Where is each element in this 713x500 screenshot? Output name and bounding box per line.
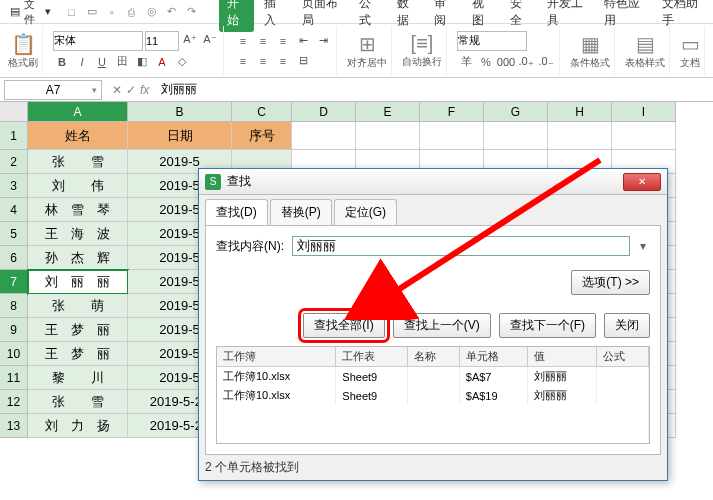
find-all-button[interactable]: 查找全部(I) bbox=[303, 313, 384, 338]
tab-find[interactable]: 查找(D) bbox=[205, 199, 268, 225]
print-icon[interactable]: ⎙ bbox=[123, 3, 141, 21]
find-history-dropdown-icon[interactable]: ▾ bbox=[636, 239, 650, 253]
tab-goto[interactable]: 定位(G) bbox=[334, 199, 397, 225]
paste-button[interactable]: 📋 格式刷 bbox=[8, 32, 38, 70]
col-header-D[interactable]: D bbox=[292, 102, 356, 122]
font-color-icon[interactable]: A bbox=[153, 53, 171, 71]
align-mid-icon[interactable]: ≡ bbox=[254, 32, 272, 50]
dec-inc-icon[interactable]: .0₊ bbox=[517, 53, 535, 71]
align-right-icon[interactable]: ≡ bbox=[274, 52, 292, 70]
tab-replace[interactable]: 替换(P) bbox=[270, 199, 332, 225]
row-header-1[interactable]: 1 bbox=[0, 122, 28, 150]
merge-icon[interactable]: ⊟ bbox=[294, 52, 312, 70]
fill-color-icon[interactable]: ◧ bbox=[133, 53, 151, 71]
wrap-button[interactable]: [≡] 自动换行 bbox=[402, 32, 442, 69]
col-workbook[interactable]: 工作簿 bbox=[217, 347, 336, 367]
fx-icon[interactable]: fx bbox=[140, 83, 149, 97]
col-cell[interactable]: 单元格 bbox=[459, 347, 528, 367]
row-header-3[interactable]: 3 bbox=[0, 174, 28, 198]
underline-icon[interactable]: U bbox=[93, 53, 111, 71]
size-select[interactable] bbox=[145, 31, 179, 51]
row-header-4[interactable]: 4 bbox=[0, 198, 28, 222]
percent-icon[interactable]: % bbox=[477, 53, 495, 71]
cell-G1[interactable] bbox=[484, 122, 548, 150]
row-header-12[interactable]: 12 bbox=[0, 390, 28, 414]
cell-A10[interactable]: 王 梦 丽 bbox=[28, 342, 128, 366]
row-header-10[interactable]: 10 bbox=[0, 342, 28, 366]
cond-fmt-button[interactable]: ▦ 条件格式 bbox=[570, 32, 610, 70]
diamond-icon[interactable]: ◇ bbox=[173, 53, 191, 71]
col-header-A[interactable]: A bbox=[28, 102, 128, 122]
italic-icon[interactable]: I bbox=[73, 53, 91, 71]
align-left-icon[interactable]: ≡ bbox=[234, 52, 252, 70]
cell-A4[interactable]: 林 雪 琴 bbox=[28, 198, 128, 222]
border-icon[interactable]: 田 bbox=[113, 53, 131, 71]
find-next-button[interactable]: 查找下一个(F) bbox=[499, 313, 596, 338]
cell-D1[interactable] bbox=[292, 122, 356, 150]
table-style-button[interactable]: ▤ 表格样式 bbox=[625, 32, 665, 70]
select-all-corner[interactable] bbox=[0, 102, 28, 122]
cell-A11[interactable]: 黎 川 bbox=[28, 366, 128, 390]
bold-icon[interactable]: B bbox=[53, 53, 71, 71]
col-header-H[interactable]: H bbox=[548, 102, 612, 122]
increase-font-icon[interactable]: A⁺ bbox=[181, 31, 199, 49]
row-header-7[interactable]: 7 bbox=[0, 270, 28, 294]
cell-A8[interactable]: 张 萌 bbox=[28, 294, 128, 318]
cell-C1[interactable]: 序号 bbox=[232, 122, 292, 150]
col-header-B[interactable]: B bbox=[128, 102, 232, 122]
cell-A6[interactable]: 孙 杰 辉 bbox=[28, 246, 128, 270]
cell-A7[interactable]: 刘 丽 丽 bbox=[28, 270, 128, 294]
cell-A9[interactable]: 王 梦 丽 bbox=[28, 318, 128, 342]
cell-A2[interactable]: 张 雪 bbox=[28, 150, 128, 174]
font-select[interactable] bbox=[53, 31, 143, 51]
align-center-icon[interactable]: ≡ bbox=[254, 52, 272, 70]
cell-A1[interactable]: 姓名 bbox=[28, 122, 128, 150]
col-header-G[interactable]: G bbox=[484, 102, 548, 122]
find-prev-button[interactable]: 查找上一个(V) bbox=[393, 313, 491, 338]
row-header-5[interactable]: 5 bbox=[0, 222, 28, 246]
dec-dec-icon[interactable]: .0₋ bbox=[537, 53, 555, 71]
new-icon[interactable]: □ bbox=[63, 3, 81, 21]
col-formula[interactable]: 公式 bbox=[596, 347, 648, 367]
col-header-E[interactable]: E bbox=[356, 102, 420, 122]
decrease-font-icon[interactable]: A⁻ bbox=[201, 31, 219, 49]
comma-icon[interactable]: 000 bbox=[497, 53, 515, 71]
cell-I1[interactable] bbox=[612, 122, 676, 150]
cell-H1[interactable] bbox=[548, 122, 612, 150]
col-header-I[interactable]: I bbox=[612, 102, 676, 122]
dialog-titlebar[interactable]: S 查找 ✕ bbox=[199, 169, 667, 195]
file-menu[interactable]: ▤ 文件 ▾ bbox=[4, 0, 57, 27]
merge-center-button[interactable]: ⊞ 对齐居中 bbox=[347, 32, 387, 70]
find-input[interactable] bbox=[292, 236, 630, 256]
results-table[interactable]: 工作簿 工作表 名称 单元格 值 公式 工作簿10.xlsxSheet9$A$7… bbox=[216, 346, 650, 444]
row-header-9[interactable]: 9 bbox=[0, 318, 28, 342]
result-row[interactable]: 工作簿10.xlsxSheet9$A$7刘丽丽 bbox=[217, 367, 649, 387]
cell-A5[interactable]: 王 海 波 bbox=[28, 222, 128, 246]
row-header-8[interactable]: 8 bbox=[0, 294, 28, 318]
undo-icon[interactable]: ↶ bbox=[163, 3, 181, 21]
col-header-F[interactable]: F bbox=[420, 102, 484, 122]
close-button[interactable]: 关闭 bbox=[604, 313, 650, 338]
row-header-2[interactable]: 2 bbox=[0, 150, 28, 174]
row-header-13[interactable]: 13 bbox=[0, 414, 28, 438]
col-worksheet[interactable]: 工作表 bbox=[336, 347, 407, 367]
col-name[interactable]: 名称 bbox=[407, 347, 459, 367]
preview-icon[interactable]: ◎ bbox=[143, 3, 161, 21]
indent-inc-icon[interactable]: ⇥ bbox=[314, 32, 332, 50]
cell-A13[interactable]: 刘 力 扬 bbox=[28, 414, 128, 438]
redo-icon[interactable]: ↷ bbox=[183, 3, 201, 21]
options-button[interactable]: 选项(T) >> bbox=[571, 270, 650, 295]
cell-E1[interactable] bbox=[356, 122, 420, 150]
format-select[interactable] bbox=[457, 31, 527, 51]
cell-B1[interactable]: 日期 bbox=[128, 122, 232, 150]
align-top-icon[interactable]: ≡ bbox=[234, 32, 252, 50]
cell-F1[interactable] bbox=[420, 122, 484, 150]
col-header-C[interactable]: C bbox=[232, 102, 292, 122]
dialog-close-button[interactable]: ✕ bbox=[623, 173, 661, 191]
save-icon[interactable]: ▫ bbox=[103, 3, 121, 21]
open-icon[interactable]: ▭ bbox=[83, 3, 101, 21]
doc-button[interactable]: ▭ 文档 bbox=[680, 32, 700, 70]
confirm-icon[interactable]: ✓ bbox=[126, 83, 136, 97]
currency-icon[interactable]: 羊 bbox=[457, 53, 475, 71]
cell-A3[interactable]: 刘 伟 bbox=[28, 174, 128, 198]
